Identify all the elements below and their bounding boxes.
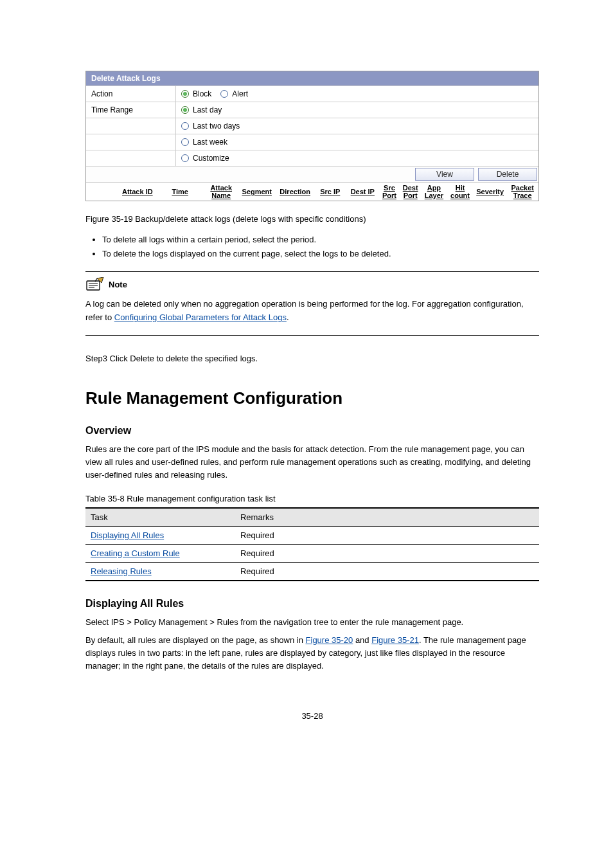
col-segment[interactable]: Segment [238, 186, 276, 197]
table-row: Creating a Custom Rule Required [85, 544, 539, 562]
display-p1: Select IPS > Policy Management > Rules f… [85, 616, 539, 629]
note-block: Note A log can be deleted only when no a… [85, 271, 539, 336]
opt-last-week: Last week [193, 138, 227, 147]
panel-title: Delete Attack Logs [86, 71, 538, 86]
col-direction[interactable]: Direction [276, 186, 314, 197]
note-text-post: . [287, 312, 289, 322]
view-button[interactable]: View [415, 168, 474, 181]
col-dest-port[interactable]: Dest Port [400, 183, 422, 201]
col-remarks: Remarks [235, 508, 539, 527]
col-severity[interactable]: Severity [474, 186, 507, 197]
radio-alert[interactable] [220, 90, 228, 98]
subsection-display: Displaying All Rules [85, 598, 539, 610]
step3-text: Step3 Click Delete to delete the specifi… [85, 352, 539, 365]
delete-attack-logs-panel: Delete Attack Logs Action Block Alert Ti… [85, 71, 539, 201]
list-item: To delete all logs within a certain peri… [102, 233, 539, 247]
col-attack-id[interactable]: Attack ID [120, 186, 156, 197]
radio-block[interactable] [181, 90, 189, 98]
section-heading: Rule Management Configuration [85, 388, 539, 408]
radio-last-day[interactable] [181, 106, 189, 114]
radio-last-two-days[interactable] [181, 122, 189, 130]
delete-button[interactable]: Delete [478, 168, 537, 181]
alert-label: Alert [232, 89, 248, 98]
tasks-table: Task Remarks Displaying All Rules Requir… [85, 507, 539, 581]
col-dest-ip[interactable]: Dest IP [346, 186, 380, 197]
figure-link[interactable]: Figure 35-20 [306, 635, 353, 645]
opt-last-day: Last day [193, 105, 222, 114]
table-row: Releasing Rules Required [85, 562, 539, 581]
figure-link[interactable]: Figure 35-21 [371, 635, 419, 645]
overview-paragraph: Rules are the core part of the IPS modul… [85, 443, 539, 482]
col-hit-count[interactable]: Hit count [447, 183, 474, 201]
col-src-ip[interactable]: Src IP [314, 186, 346, 197]
table-row: Displaying All Rules Required [85, 526, 539, 544]
list-item: To delete the logs displayed on the curr… [102, 247, 539, 261]
opt-customize: Customize [193, 154, 229, 163]
bullet-list: To delete all logs within a certain peri… [102, 233, 539, 261]
task-link[interactable]: Displaying All Rules [91, 530, 164, 540]
note-icon [85, 277, 105, 291]
radio-last-week[interactable] [181, 138, 189, 146]
timerange-label: Time Range [86, 102, 176, 118]
note-link[interactable]: Configuring Global Parameters for Attack… [114, 312, 287, 322]
page-number: 35-28 [85, 711, 539, 721]
task-remarks: Required [235, 562, 539, 581]
subsection-overview: Overview [85, 425, 539, 437]
table-caption: Table 35-8 Rule management configuration… [85, 494, 539, 503]
task-link[interactable]: Releasing Rules [91, 566, 152, 576]
display-p2: By default, all rules are displayed on t… [85, 634, 539, 673]
col-packet-trace[interactable]: Packet Trace [506, 183, 538, 201]
col-time[interactable]: Time [155, 186, 204, 197]
log-table-header: Attack ID Time Attack Name Segment Direc… [86, 182, 538, 201]
col-task: Task [85, 508, 235, 527]
figure-caption: Figure 35-19 Backup/delete attack logs (… [85, 214, 539, 224]
task-remarks: Required [235, 544, 539, 562]
radio-customize[interactable] [181, 154, 189, 162]
col-attack-name[interactable]: Attack Name [204, 183, 238, 201]
col-app-layer[interactable]: App Layer [422, 183, 447, 201]
col-src-port[interactable]: Src Port [379, 183, 400, 201]
task-remarks: Required [235, 526, 539, 544]
opt-last-two: Last two days [193, 122, 240, 131]
block-label: Block [193, 89, 211, 98]
task-link[interactable]: Creating a Custom Rule [91, 548, 180, 558]
action-label: Action [86, 86, 176, 102]
note-label: Note [109, 280, 127, 289]
